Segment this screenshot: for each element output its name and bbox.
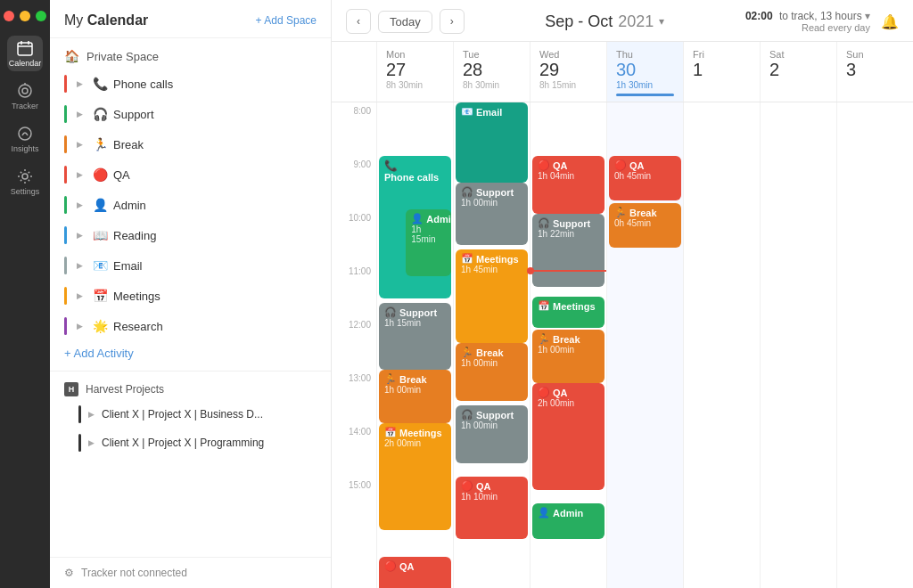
color-indicator xyxy=(64,105,67,123)
play-icon[interactable]: ▶ xyxy=(72,228,86,242)
day-col-thu: 🔴QA 0h 45min 🏃Break 0h 45min xyxy=(606,102,683,588)
activity-emoji: 🌟 xyxy=(92,319,108,333)
color-indicator xyxy=(64,196,67,214)
client-name: Client X | Project X | Programming xyxy=(102,437,264,449)
tracking-dropdown[interactable]: ▾ xyxy=(865,10,870,22)
time-10: 10:00 xyxy=(332,209,376,263)
time-15: 15:00 xyxy=(332,477,376,530)
today-indicator xyxy=(616,94,674,96)
event-qa-thu[interactable]: 🔴QA 0h 45min xyxy=(609,156,681,200)
client-item-2[interactable]: ▶ Client X | Project X | Programming xyxy=(64,429,317,457)
color-indicator xyxy=(64,226,67,244)
sidebar: My Calendar + Add Space 🏠 Private Space … xyxy=(50,0,332,588)
day-col-fri xyxy=(683,102,760,588)
event-support2-tue[interactable]: 🎧Support 1h 00min xyxy=(456,405,528,463)
activity-item-meetings[interactable]: ▶ 📅 Meetings xyxy=(50,281,331,311)
event-support-mon[interactable]: 🎧Support 1h 15min xyxy=(379,303,451,370)
harvest-section: H Harvest Projects ▶ Client X | Project … xyxy=(50,371,331,461)
play-icon[interactable]: ▶ xyxy=(72,319,86,333)
close-button[interactable] xyxy=(4,11,14,21)
activity-name: Meetings xyxy=(113,290,160,303)
activity-item-break[interactable]: ▶ 🏃 Break xyxy=(50,129,331,159)
day-col-sun xyxy=(836,102,913,588)
activity-item-phone-calls[interactable]: ▶ 📞 Phone calls xyxy=(50,69,331,99)
event-meetings-wed[interactable]: 📅Meetings xyxy=(532,297,605,328)
play-icon[interactable]: ▶ xyxy=(72,289,86,303)
play-icon[interactable]: ▶ xyxy=(88,438,95,447)
calendar-container: Mon 27 8h 30min Tue 28 8h 30min Wed 29 8… xyxy=(332,42,913,588)
event-break-wed[interactable]: 🏃Break 1h 00min xyxy=(532,330,605,383)
day-col-sat xyxy=(760,102,836,588)
activity-item-reading[interactable]: ▶ 📖 Reading xyxy=(50,220,331,250)
traffic-lights xyxy=(4,11,46,21)
event-email-tue[interactable]: 📧Email xyxy=(456,102,528,183)
maximize-button[interactable] xyxy=(36,11,46,21)
nav-tracker[interactable]: Tracker xyxy=(7,78,43,114)
nav-settings[interactable]: Settings xyxy=(7,164,43,200)
event-qa-mon[interactable]: 🔴QA xyxy=(379,557,451,588)
color-indicator xyxy=(64,317,67,335)
activity-item-support[interactable]: ▶ 🎧 Support xyxy=(50,99,331,129)
activity-item-email[interactable]: ▶ 📧 Email xyxy=(50,250,331,281)
house-icon: 🏠 xyxy=(64,49,79,63)
color-indicator xyxy=(64,75,67,93)
nav-controls: ‹ Today › xyxy=(346,9,465,34)
event-meetings-mon[interactable]: 📅Meetings 2h 00min xyxy=(379,423,451,530)
play-icon[interactable]: ▶ xyxy=(72,258,86,273)
day-header-wed: Wed 29 8h 15min xyxy=(530,42,606,102)
nav-calendar[interactable]: Calendar xyxy=(7,36,43,71)
nav-insights[interactable]: Insights xyxy=(7,121,43,157)
play-icon[interactable]: ▶ xyxy=(72,198,86,212)
prev-week-button[interactable]: ‹ xyxy=(346,9,371,34)
add-activity-button[interactable]: + Add Activity xyxy=(50,341,331,365)
time-8: 8:00 xyxy=(332,102,376,156)
event-admin-mon[interactable]: 👤Admin 1h 15min xyxy=(406,209,451,276)
top-bar: ‹ Today › Sep - Oct 2021 ▾ 02:00 to trac… xyxy=(332,0,913,42)
event-break-thu[interactable]: 🏃Break 0h 45min xyxy=(609,203,681,248)
today-button[interactable]: Today xyxy=(378,11,432,33)
activity-emoji: 🔴 xyxy=(92,167,108,182)
event-support-tue[interactable]: 🎧Support 1h 00min xyxy=(456,183,528,245)
time-12: 12:00 xyxy=(332,316,376,370)
play-icon[interactable]: ▶ xyxy=(72,107,86,121)
client-color-bar xyxy=(78,434,81,452)
play-icon[interactable]: ▶ xyxy=(72,77,86,91)
day-header-thu: Thu 30 1h 30min xyxy=(606,42,683,102)
tracker-status: ⚙ Tracker not connected xyxy=(50,557,331,588)
day-header-tue: Tue 28 8h 30min xyxy=(453,42,530,102)
day-header-sun: Sun 3 xyxy=(836,42,913,102)
event-break-tue[interactable]: 🏃Break 1h 00min xyxy=(456,343,528,401)
event-qa-wed[interactable]: 🔴QA 1h 04min xyxy=(532,156,605,214)
play-icon[interactable]: ▶ xyxy=(88,410,95,419)
activity-emoji: 🏃 xyxy=(92,137,108,151)
chevron-down-icon[interactable]: ▾ xyxy=(659,15,664,28)
event-admin-wed[interactable]: 👤Admin xyxy=(532,503,605,539)
event-meetings-tue[interactable]: 📅Meetings 1h 45min xyxy=(456,249,528,343)
client-name: Client X | Project X | Business D... xyxy=(102,408,263,421)
activity-emoji: 📧 xyxy=(92,258,108,273)
play-icon[interactable]: ▶ xyxy=(72,167,86,182)
activity-item-qa[interactable]: ▶ 🔴 QA xyxy=(50,159,331,190)
client-item-1[interactable]: ▶ Client X | Project X | Business D... xyxy=(64,400,317,429)
time-gutter-header xyxy=(332,42,376,102)
minimize-button[interactable] xyxy=(20,11,30,21)
add-space-button[interactable]: + Add Space xyxy=(256,14,317,27)
private-space-header[interactable]: 🏠 Private Space xyxy=(50,44,331,69)
activity-name: Break xyxy=(113,138,144,151)
event-qa2-wed[interactable]: 🔴QA 2h 00min xyxy=(532,383,605,490)
activity-name: Email xyxy=(113,259,143,273)
event-break-mon[interactable]: 🏃Break 1h 00min xyxy=(379,370,451,423)
play-icon[interactable]: ▶ xyxy=(72,137,86,151)
activity-name: Reading xyxy=(113,229,156,242)
event-qa-tue[interactable]: 🔴QA 1h 10min xyxy=(456,477,528,539)
sidebar-header: My Calendar + Add Space xyxy=(50,0,331,38)
svg-point-4 xyxy=(19,85,31,97)
next-week-button[interactable]: › xyxy=(440,9,465,34)
activity-item-admin[interactable]: ▶ 👤 Admin xyxy=(50,190,331,220)
activity-item-research[interactable]: ▶ 🌟 Research xyxy=(50,311,331,341)
bell-icon[interactable]: 🔔 xyxy=(881,13,899,30)
activity-name: Phone calls xyxy=(113,78,173,91)
event-support-wed[interactable]: 🎧Support 1h 22min xyxy=(532,214,605,287)
day-headers: Mon 27 8h 30min Tue 28 8h 30min Wed 29 8… xyxy=(332,42,913,102)
calendar-body: 8:00 9:00 10:00 11:00 12:00 13:00 14:00 … xyxy=(332,102,913,588)
